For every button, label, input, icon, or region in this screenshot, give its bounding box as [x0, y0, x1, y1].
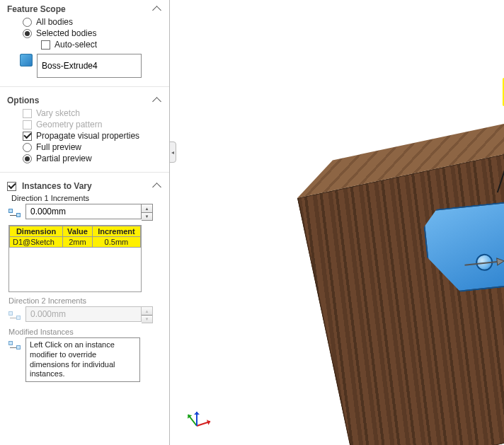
radio-partial-preview[interactable]: Partial preview — [23, 154, 162, 163]
col-increment: Increment — [92, 226, 140, 237]
feature-scope-selection-input[interactable] — [37, 54, 142, 78]
spin-up-icon: ▲ — [142, 307, 152, 315]
triad-z-axis-icon — [196, 412, 197, 426]
checkbox-propagate-visual[interactable]: Propagate visual properties — [23, 131, 162, 141]
options-section: Options Vary sketch Geometry pattern Pro… — [0, 91, 169, 171]
property-manager-panel: Feature Scope All bodies Selected bodies… — [0, 0, 170, 445]
radio-label: All bodies — [36, 17, 73, 27]
direction2-label: Direction 2 Increments — [8, 296, 162, 305]
col-value: Value — [63, 226, 93, 237]
checkbox-icon — [23, 109, 32, 118]
direction2-spinner: ▲ ▼ — [25, 306, 143, 323]
direction2-value-input — [25, 306, 142, 322]
section-title: Instances to Vary — [22, 181, 92, 191]
chevron-up-icon — [152, 4, 162, 14]
spacing-icon — [7, 308, 21, 322]
feature-scope-section: Feature Scope All bodies Selected bodies… — [0, 0, 169, 85]
triad-x-axis-icon — [197, 421, 211, 427]
section-title: Feature Scope — [7, 4, 66, 14]
table-empty-area[interactable] — [9, 248, 141, 291]
radio-icon — [23, 18, 32, 27]
solid-body-icon — [20, 54, 33, 67]
spin-down-icon: ▼ — [142, 315, 152, 323]
modified-instances-label: Modified Instances — [8, 328, 162, 336]
col-dimension: Dimension — [10, 226, 63, 237]
direction1-value-input[interactable] — [25, 204, 142, 219]
panel-collapse-handle[interactable]: ◂ — [170, 141, 176, 163]
radio-icon — [23, 143, 32, 152]
increments-table[interactable]: Dimension Value Increment D1@Sketch 2mm … — [8, 225, 142, 292]
checkbox-vary-sketch: Vary sketch — [23, 108, 162, 118]
instances-to-vary-section: Instances to Vary Direction 1 Increments… — [0, 177, 169, 389]
spin-down-icon[interactable]: ▼ — [142, 212, 152, 220]
checkbox-geometry-pattern: Geometry pattern — [23, 120, 162, 129]
direction1-spinner[interactable]: ▲ ▼ — [25, 204, 143, 221]
instances-header[interactable]: Instances to Vary — [7, 181, 162, 191]
radio-label: Selected bodies — [36, 28, 96, 38]
cell-value[interactable]: 2mm — [63, 237, 93, 248]
cell-increment[interactable]: 0.5mm — [92, 237, 140, 248]
checkbox-icon[interactable] — [7, 182, 16, 191]
direction1-label: Direction 1 Increments — [11, 194, 162, 202]
radio-label: Partial preview — [36, 154, 92, 163]
options-header[interactable]: Options — [7, 96, 162, 105]
checkbox-auto-select[interactable]: Auto-select — [41, 40, 162, 50]
checkbox-label: Vary sketch — [36, 108, 80, 118]
orientation-triad[interactable] — [187, 407, 215, 435]
radio-all-bodies[interactable]: All bodies — [23, 17, 162, 27]
checkbox-label: Geometry pattern — [36, 120, 102, 129]
checkbox-label: Auto-select — [55, 40, 97, 50]
checkbox-icon — [23, 120, 32, 129]
spacing-icon — [7, 205, 21, 219]
checkbox-icon — [23, 132, 32, 141]
instance-modifier-icon — [7, 337, 21, 352]
radio-icon — [23, 154, 32, 163]
table-header-row: Dimension Value Increment — [10, 226, 141, 237]
radio-selected-bodies[interactable]: Selected bodies — [23, 28, 162, 38]
cell-dimension[interactable]: D1@Sketch — [10, 237, 63, 248]
graphics-viewport[interactable]: ◂ ∅2 2 — [170, 0, 504, 445]
feature-scope-header[interactable]: Feature Scope — [7, 4, 162, 14]
model-face[interactable] — [422, 200, 504, 295]
radio-label: Full preview — [36, 142, 81, 152]
section-title: Options — [7, 96, 39, 105]
radio-icon — [23, 29, 32, 38]
checkbox-icon — [41, 40, 50, 50]
spin-up-icon[interactable]: ▲ — [142, 204, 152, 212]
radio-full-preview[interactable]: Full preview — [23, 142, 162, 152]
modified-instances-hint[interactable]: Left Click on an instance modifier to ov… — [25, 337, 140, 382]
chevron-up-icon — [152, 96, 162, 105]
model-blue-feature[interactable] — [422, 200, 504, 295]
chevron-up-icon — [152, 181, 162, 191]
checkbox-label: Propagate visual properties — [36, 131, 139, 141]
table-row[interactable]: D1@Sketch 2mm 0.5mm — [10, 237, 141, 248]
